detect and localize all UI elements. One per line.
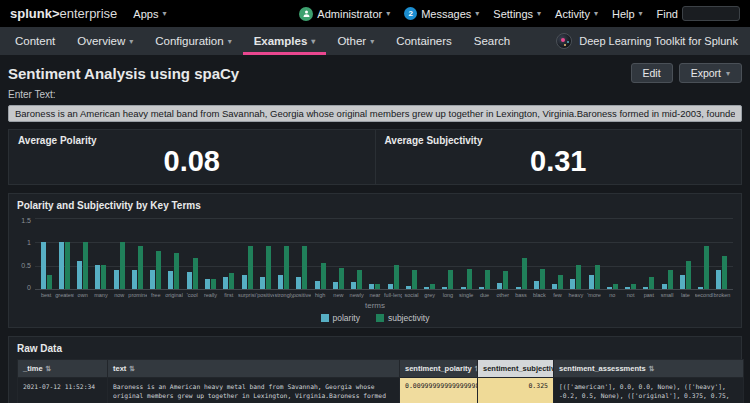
bar-subjectivity[interactable]: [649, 277, 654, 289]
legend-item-polarity[interactable]: polarity: [321, 313, 360, 323]
bar-polarity[interactable]: [223, 277, 228, 289]
bar-polarity[interactable]: [643, 287, 648, 289]
find-input[interactable]: [682, 6, 740, 21]
messages-menu[interactable]: 2 Messages ▾: [404, 7, 479, 20]
bar-subjectivity[interactable]: [668, 270, 673, 289]
cell-sentiment-assessments[interactable]: [(['american'], 0.0, 0.0, None), (['heav…: [554, 377, 744, 403]
bar-polarity[interactable]: [662, 284, 667, 289]
bar-subjectivity[interactable]: [722, 256, 727, 289]
bar-polarity[interactable]: [205, 279, 210, 288]
bar-polarity[interactable]: [516, 287, 521, 289]
bar-polarity[interactable]: [296, 277, 301, 289]
bar-polarity[interactable]: [278, 275, 283, 289]
bar-polarity[interactable]: [333, 282, 338, 289]
bar-subjectivity[interactable]: [595, 265, 600, 289]
sort-icon[interactable]: ⇅: [129, 365, 135, 372]
bar-subjectivity[interactable]: [339, 268, 344, 289]
enter-text-input[interactable]: [8, 105, 742, 122]
apps-menu[interactable]: Apps ▾: [133, 8, 166, 20]
bar-polarity[interactable]: [497, 283, 502, 289]
nav-item-containers[interactable]: Containers: [385, 27, 463, 55]
bar-subjectivity[interactable]: [120, 242, 125, 289]
bar-subjectivity[interactable]: [394, 265, 399, 289]
bar-polarity[interactable]: [242, 275, 247, 289]
nav-item-search[interactable]: Search: [463, 27, 521, 55]
edit-button[interactable]: Edit: [631, 63, 673, 83]
bar-polarity[interactable]: [187, 272, 192, 289]
bar-subjectivity[interactable]: [448, 270, 453, 289]
bar-subjectivity[interactable]: [467, 269, 472, 289]
bar-polarity[interactable]: [132, 270, 137, 289]
cell-sentiment-subjectivity[interactable]: 0.325: [478, 377, 554, 403]
bar-polarity[interactable]: [534, 281, 539, 289]
column-header-text[interactable]: text⇅: [108, 359, 400, 377]
sort-icon[interactable]: ⇅: [649, 365, 655, 372]
nav-item-content[interactable]: Content: [4, 27, 66, 55]
bar-subjectivity[interactable]: [412, 270, 417, 289]
bar-subjectivity[interactable]: [540, 269, 545, 289]
bar-subjectivity[interactable]: [503, 271, 508, 289]
bar-subjectivity[interactable]: [522, 258, 527, 289]
bar-subjectivity[interactable]: [321, 263, 326, 289]
bar-polarity[interactable]: [424, 287, 429, 289]
bar-subjectivity[interactable]: [101, 265, 106, 289]
bar-subjectivity[interactable]: [613, 284, 618, 289]
bar-polarity[interactable]: [406, 286, 411, 289]
bar-polarity[interactable]: [369, 284, 374, 289]
bar-subjectivity[interactable]: [704, 246, 709, 289]
bar-subjectivity[interactable]: [138, 246, 143, 289]
column-header-_time[interactable]: _time⇅: [18, 359, 108, 377]
bar-subjectivity[interactable]: [229, 273, 234, 289]
bar-polarity[interactable]: [95, 265, 100, 289]
splunk-logo[interactable]: splunk>enterprise: [10, 6, 117, 21]
bar-polarity[interactable]: [698, 287, 703, 289]
legend-item-subjectivity[interactable]: subjectivity: [376, 313, 430, 323]
bar-subjectivity[interactable]: [193, 258, 198, 289]
bar-subjectivity[interactable]: [357, 270, 362, 289]
bar-subjectivity[interactable]: [266, 246, 271, 289]
bar-subjectivity[interactable]: [65, 242, 70, 289]
column-header-sentiment_polarity[interactable]: sentiment_polarity⇅: [400, 359, 478, 377]
bar-polarity[interactable]: [260, 277, 265, 289]
bar-subjectivity[interactable]: [576, 265, 581, 289]
bar-subjectivity[interactable]: [631, 284, 636, 289]
bar-subjectivity[interactable]: [248, 246, 253, 289]
activity-menu[interactable]: Activity ▾: [555, 8, 598, 20]
bar-subjectivity[interactable]: [686, 261, 691, 289]
bar-polarity[interactable]: [479, 287, 484, 289]
export-button[interactable]: Export ▾: [679, 63, 742, 83]
nav-item-overview[interactable]: Overview▾: [66, 27, 144, 55]
nav-item-examples[interactable]: Examples▾: [243, 27, 327, 55]
bar-polarity[interactable]: [625, 287, 630, 289]
bar-subjectivity[interactable]: [83, 242, 88, 289]
bar-polarity[interactable]: [716, 270, 721, 289]
bar-subjectivity[interactable]: [375, 284, 380, 289]
bar-polarity[interactable]: [59, 242, 64, 289]
cell-time[interactable]: 2021-07-12 11:52:34: [18, 377, 108, 403]
bar-polarity[interactable]: [41, 242, 46, 289]
cell-text[interactable]: Baroness is an American heavy metal band…: [108, 377, 400, 403]
nav-item-other[interactable]: Other▾: [326, 27, 385, 55]
bar-subjectivity[interactable]: [211, 279, 216, 288]
bar-subjectivity[interactable]: [284, 246, 289, 289]
cell-sentiment-polarity[interactable]: 0.00999999999999998: [400, 377, 478, 403]
bar-subjectivity[interactable]: [558, 275, 563, 289]
bar-subjectivity[interactable]: [430, 284, 435, 289]
administrator-menu[interactable]: Administrator ▾: [299, 7, 390, 21]
bar-polarity[interactable]: [680, 275, 685, 289]
bar-subjectivity[interactable]: [174, 253, 179, 289]
bar-polarity[interactable]: [589, 275, 594, 289]
bar-subjectivity[interactable]: [47, 275, 52, 289]
bar-polarity[interactable]: [461, 287, 466, 289]
bar-polarity[interactable]: [442, 287, 447, 289]
bar-polarity[interactable]: [570, 279, 575, 288]
bar-polarity[interactable]: [114, 270, 119, 289]
bar-subjectivity[interactable]: [302, 246, 307, 289]
bar-polarity[interactable]: [168, 271, 173, 289]
bar-polarity[interactable]: [607, 287, 612, 289]
bar-polarity[interactable]: [351, 282, 356, 289]
bar-polarity[interactable]: [388, 284, 393, 289]
column-header-sentiment_subjectivity[interactable]: sentiment_subjectivity⇅: [478, 359, 554, 377]
bar-polarity[interactable]: [77, 261, 82, 289]
nav-item-configuration[interactable]: Configuration▾: [144, 27, 242, 55]
